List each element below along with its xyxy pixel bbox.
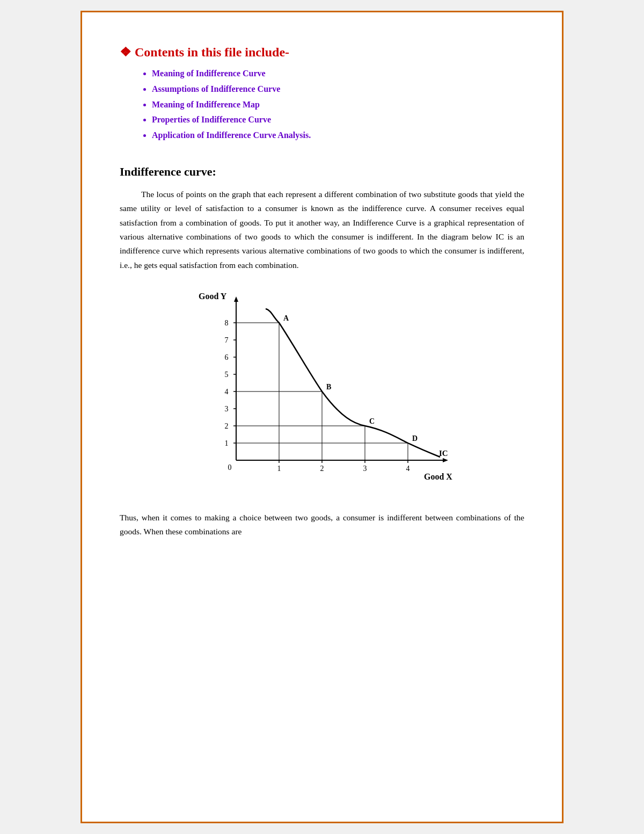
svg-text:A: A xyxy=(283,314,289,322)
svg-text:0: 0 xyxy=(228,463,232,472)
svg-text:8: 8 xyxy=(225,319,229,327)
svg-text:IC: IC xyxy=(439,449,448,458)
svg-text:5: 5 xyxy=(225,371,229,379)
y-axis-label: Good Y xyxy=(199,292,227,301)
section-heading: Indifference curve: xyxy=(120,165,524,179)
contents-title-text: Contents in this file include- xyxy=(135,45,289,59)
page: ❖ Contents in this file include- Meaning… xyxy=(80,11,564,823)
svg-text:1: 1 xyxy=(225,439,229,447)
svg-marker-2 xyxy=(234,296,238,302)
svg-text:3: 3 xyxy=(225,405,229,413)
list-item-5[interactable]: Application of Indifference Curve Analys… xyxy=(152,128,524,143)
svg-text:7: 7 xyxy=(225,336,229,344)
body-paragraph-2: Thus, when it comes to making a choice b… xyxy=(120,511,524,539)
svg-text:6: 6 xyxy=(225,353,229,361)
indifference-curve-graph: Good Y 1 2 3 4 5 6 7 xyxy=(182,288,462,492)
contents-list: Meaning of Indifference Curve Assumption… xyxy=(120,66,524,143)
svg-text:1: 1 xyxy=(277,465,281,473)
contents-title: ❖ Contents in this file include- xyxy=(120,45,524,60)
list-item-2[interactable]: Assumptions of Indifference Curve xyxy=(152,82,524,97)
svg-text:C: C xyxy=(369,417,375,425)
list-item-3[interactable]: Meaning of Indifference Map xyxy=(152,97,524,113)
list-item-1[interactable]: Meaning of Indifference Curve xyxy=(152,66,524,82)
diamond-icon: ❖ xyxy=(120,45,131,59)
svg-text:3: 3 xyxy=(363,465,367,473)
svg-text:2: 2 xyxy=(225,422,229,430)
svg-text:4: 4 xyxy=(225,388,229,396)
svg-marker-3 xyxy=(443,458,448,462)
svg-text:2: 2 xyxy=(320,465,324,473)
svg-text:Good X: Good X xyxy=(424,472,452,481)
body-paragraph-1: The locus of points on the graph that ea… xyxy=(120,187,524,272)
graph-container: Good Y 1 2 3 4 5 6 7 xyxy=(182,288,462,495)
svg-text:B: B xyxy=(326,383,331,391)
contents-section: ❖ Contents in this file include- Meaning… xyxy=(120,45,524,143)
svg-text:D: D xyxy=(412,434,418,443)
list-item-4[interactable]: Properties of Indifference Curve xyxy=(152,112,524,128)
svg-text:4: 4 xyxy=(406,465,410,473)
